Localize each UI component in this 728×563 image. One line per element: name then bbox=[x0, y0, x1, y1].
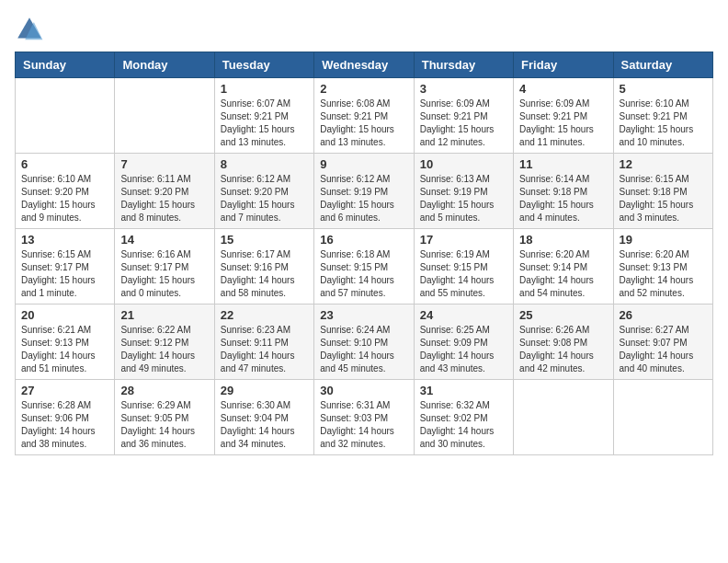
calendar-cell: 10Sunrise: 6:13 AMSunset: 9:19 PMDayligh… bbox=[414, 154, 513, 229]
day-number: 2 bbox=[320, 82, 407, 96]
day-info: Sunrise: 6:24 AMSunset: 9:10 PMDaylight:… bbox=[320, 324, 407, 375]
calendar-cell: 30Sunrise: 6:31 AMSunset: 9:03 PMDayligh… bbox=[314, 380, 414, 455]
calendar-cell: 8Sunrise: 6:12 AMSunset: 9:20 PMDaylight… bbox=[214, 154, 313, 229]
weekday-header-thursday: Thursday bbox=[414, 52, 513, 78]
day-info: Sunrise: 6:17 AMSunset: 9:16 PMDaylight:… bbox=[221, 248, 308, 300]
calendar-cell: 6Sunrise: 6:10 AMSunset: 9:20 PMDaylight… bbox=[16, 154, 115, 229]
day-info: Sunrise: 6:27 AMSunset: 9:07 PMDaylight:… bbox=[620, 324, 707, 375]
day-info: Sunrise: 6:07 AMSunset: 9:21 PMDaylight:… bbox=[221, 98, 308, 149]
calendar-cell bbox=[613, 380, 712, 455]
day-info: Sunrise: 6:21 AMSunset: 9:13 PMDaylight:… bbox=[21, 324, 108, 375]
day-info: Sunrise: 6:29 AMSunset: 9:05 PMDaylight:… bbox=[120, 399, 208, 451]
logo bbox=[15, 15, 48, 44]
day-info: Sunrise: 6:26 AMSunset: 9:08 PMDaylight:… bbox=[519, 324, 607, 375]
day-number: 27 bbox=[21, 384, 108, 397]
day-info: Sunrise: 6:18 AMSunset: 9:15 PMDaylight:… bbox=[320, 248, 407, 300]
calendar-cell bbox=[115, 78, 214, 154]
day-number: 31 bbox=[420, 384, 507, 397]
weekday-header-friday: Friday bbox=[514, 52, 613, 78]
logo-icon bbox=[15, 15, 44, 44]
calendar-cell: 5Sunrise: 6:10 AMSunset: 9:21 PMDaylight… bbox=[613, 78, 712, 154]
day-info: Sunrise: 6:20 AMSunset: 9:13 PMDaylight:… bbox=[620, 248, 707, 300]
day-number: 10 bbox=[420, 157, 507, 171]
day-number: 12 bbox=[620, 157, 707, 171]
calendar-table: SundayMondayTuesdayWednesdayThursdayFrid… bbox=[15, 52, 713, 455]
calendar-cell: 22Sunrise: 6:23 AMSunset: 9:11 PMDayligh… bbox=[214, 304, 313, 380]
day-info: Sunrise: 6:10 AMSunset: 9:20 PMDaylight:… bbox=[21, 173, 108, 224]
calendar-cell: 17Sunrise: 6:19 AMSunset: 9:15 PMDayligh… bbox=[414, 229, 513, 304]
calendar-header: SundayMondayTuesdayWednesdayThursdayFrid… bbox=[16, 52, 713, 78]
calendar-cell: 14Sunrise: 6:16 AMSunset: 9:17 PMDayligh… bbox=[115, 229, 214, 304]
day-number: 15 bbox=[221, 233, 308, 247]
day-number: 7 bbox=[120, 157, 208, 171]
calendar-cell: 29Sunrise: 6:30 AMSunset: 9:04 PMDayligh… bbox=[214, 380, 313, 455]
weekday-header-saturday: Saturday bbox=[613, 52, 712, 78]
day-number: 26 bbox=[620, 308, 707, 322]
day-info: Sunrise: 6:11 AMSunset: 9:20 PMDaylight:… bbox=[120, 173, 208, 224]
day-number: 3 bbox=[420, 82, 507, 96]
day-info: Sunrise: 6:15 AMSunset: 9:18 PMDaylight:… bbox=[620, 173, 707, 224]
day-info: Sunrise: 6:30 AMSunset: 9:04 PMDaylight:… bbox=[221, 399, 308, 451]
calendar-cell: 24Sunrise: 6:25 AMSunset: 9:09 PMDayligh… bbox=[414, 304, 513, 380]
day-number: 8 bbox=[221, 157, 308, 171]
calendar-cell: 11Sunrise: 6:14 AMSunset: 9:18 PMDayligh… bbox=[514, 154, 613, 229]
page-header bbox=[15, 15, 713, 44]
day-info: Sunrise: 6:15 AMSunset: 9:17 PMDaylight:… bbox=[21, 248, 108, 300]
day-info: Sunrise: 6:12 AMSunset: 9:20 PMDaylight:… bbox=[221, 173, 308, 224]
day-number: 23 bbox=[320, 308, 407, 322]
calendar-cell: 18Sunrise: 6:20 AMSunset: 9:14 PMDayligh… bbox=[514, 229, 613, 304]
day-number: 17 bbox=[420, 233, 507, 247]
calendar-cell: 12Sunrise: 6:15 AMSunset: 9:18 PMDayligh… bbox=[613, 154, 712, 229]
calendar-cell: 13Sunrise: 6:15 AMSunset: 9:17 PMDayligh… bbox=[16, 229, 115, 304]
day-number: 30 bbox=[320, 384, 407, 397]
weekday-header-sunday: Sunday bbox=[16, 52, 115, 78]
calendar-cell: 27Sunrise: 6:28 AMSunset: 9:06 PMDayligh… bbox=[16, 380, 115, 455]
day-number: 14 bbox=[120, 233, 208, 247]
day-number: 16 bbox=[320, 233, 407, 247]
day-number: 4 bbox=[519, 82, 607, 96]
calendar-cell: 2Sunrise: 6:08 AMSunset: 9:21 PMDaylight… bbox=[314, 78, 414, 154]
day-info: Sunrise: 6:23 AMSunset: 9:11 PMDaylight:… bbox=[221, 324, 308, 375]
day-info: Sunrise: 6:32 AMSunset: 9:02 PMDaylight:… bbox=[420, 399, 507, 451]
day-number: 25 bbox=[519, 308, 607, 322]
day-number: 11 bbox=[519, 157, 607, 171]
day-info: Sunrise: 6:31 AMSunset: 9:03 PMDaylight:… bbox=[320, 399, 407, 451]
calendar-cell: 28Sunrise: 6:29 AMSunset: 9:05 PMDayligh… bbox=[115, 380, 214, 455]
calendar-cell: 15Sunrise: 6:17 AMSunset: 9:16 PMDayligh… bbox=[214, 229, 313, 304]
day-number: 28 bbox=[120, 384, 208, 397]
day-number: 22 bbox=[221, 308, 308, 322]
calendar-week-4: 20Sunrise: 6:21 AMSunset: 9:13 PMDayligh… bbox=[16, 304, 713, 380]
calendar-cell: 3Sunrise: 6:09 AMSunset: 9:21 PMDaylight… bbox=[414, 78, 513, 154]
day-number: 21 bbox=[120, 308, 208, 322]
calendar-cell: 31Sunrise: 6:32 AMSunset: 9:02 PMDayligh… bbox=[414, 380, 513, 455]
day-number: 6 bbox=[21, 157, 108, 171]
calendar-cell: 7Sunrise: 6:11 AMSunset: 9:20 PMDaylight… bbox=[115, 154, 214, 229]
calendar-week-3: 13Sunrise: 6:15 AMSunset: 9:17 PMDayligh… bbox=[16, 229, 713, 304]
day-info: Sunrise: 6:20 AMSunset: 9:14 PMDaylight:… bbox=[519, 248, 607, 300]
calendar-week-2: 6Sunrise: 6:10 AMSunset: 9:20 PMDaylight… bbox=[16, 154, 713, 229]
day-info: Sunrise: 6:10 AMSunset: 9:21 PMDaylight:… bbox=[620, 98, 707, 149]
calendar-cell: 16Sunrise: 6:18 AMSunset: 9:15 PMDayligh… bbox=[314, 229, 414, 304]
calendar-body: 1Sunrise: 6:07 AMSunset: 9:21 PMDaylight… bbox=[16, 78, 713, 455]
day-number: 18 bbox=[519, 233, 607, 247]
day-info: Sunrise: 6:14 AMSunset: 9:18 PMDaylight:… bbox=[519, 173, 607, 224]
calendar-week-5: 27Sunrise: 6:28 AMSunset: 9:06 PMDayligh… bbox=[16, 380, 713, 455]
weekday-row: SundayMondayTuesdayWednesdayThursdayFrid… bbox=[16, 52, 713, 78]
day-number: 29 bbox=[221, 384, 308, 397]
day-info: Sunrise: 6:13 AMSunset: 9:19 PMDaylight:… bbox=[420, 173, 507, 224]
day-number: 1 bbox=[221, 82, 308, 96]
day-number: 9 bbox=[320, 157, 407, 171]
day-info: Sunrise: 6:22 AMSunset: 9:12 PMDaylight:… bbox=[120, 324, 208, 375]
day-number: 20 bbox=[21, 308, 108, 322]
calendar-cell: 21Sunrise: 6:22 AMSunset: 9:12 PMDayligh… bbox=[115, 304, 214, 380]
calendar-cell: 9Sunrise: 6:12 AMSunset: 9:19 PMDaylight… bbox=[314, 154, 414, 229]
calendar-cell: 23Sunrise: 6:24 AMSunset: 9:10 PMDayligh… bbox=[314, 304, 414, 380]
calendar-cell: 20Sunrise: 6:21 AMSunset: 9:13 PMDayligh… bbox=[16, 304, 115, 380]
day-info: Sunrise: 6:12 AMSunset: 9:19 PMDaylight:… bbox=[320, 173, 407, 224]
weekday-header-tuesday: Tuesday bbox=[214, 52, 313, 78]
weekday-header-wednesday: Wednesday bbox=[314, 52, 414, 78]
day-info: Sunrise: 6:16 AMSunset: 9:17 PMDaylight:… bbox=[120, 248, 208, 300]
calendar-cell: 25Sunrise: 6:26 AMSunset: 9:08 PMDayligh… bbox=[514, 304, 613, 380]
day-number: 5 bbox=[620, 82, 707, 96]
calendar-cell bbox=[16, 78, 115, 154]
